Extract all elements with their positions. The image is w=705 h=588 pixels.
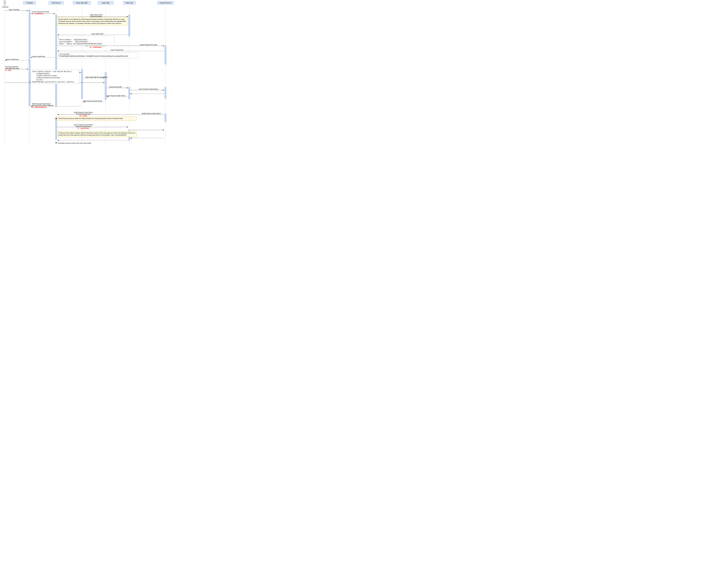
svg-rect-16 bbox=[129, 87, 130, 99]
svg-rect-11 bbox=[55, 15, 57, 106]
label-open-pin-dialog: Open Super App Pin Input Dialog bbox=[86, 76, 107, 78]
label-pay-payment-order: Pay Payment Order SuperApp.SDK.pay() [4、… bbox=[5, 66, 19, 71]
label-payment-server-create: Create Payment Pre Order bbox=[140, 44, 157, 46]
note-payinfo-code: final PayInfo payInfo = new PayInfo.Buil… bbox=[31, 70, 80, 84]
svg-rect-13 bbox=[165, 46, 166, 64]
note-fabric-app-id: A Fabric App ID is only allowed to call … bbox=[57, 17, 128, 26]
note-token-response: { "effectiveDate": "20221101132422", "ex… bbox=[57, 36, 114, 46]
label-return-payment-result-1: return Payment Order Result bbox=[139, 88, 158, 90]
label-return-receive-code-2: return receiveCode bbox=[33, 56, 45, 57]
svg-point-46 bbox=[4, 0, 6, 2]
note-query-order: If Payment Server fails to actively noti… bbox=[57, 131, 137, 137]
note-receive-code: "receiveCode": "TELEBIRR$BUYGOODS$100100… bbox=[57, 52, 138, 58]
actor-thirdapp: ThirdApp bbox=[23, 1, 36, 4]
svg-line-50 bbox=[5, 5, 6, 6]
actor-customer: Customer bbox=[2, 0, 7, 8]
label-notify-3: Notify Payment Order Result Third Server… bbox=[74, 112, 93, 117]
label-payment-pay-order: Payment pay order bbox=[109, 86, 122, 88]
actor-thirdserver: Third Server bbox=[49, 1, 63, 4]
svg-rect-18 bbox=[55, 118, 57, 140]
svg-rect-19 bbox=[165, 114, 166, 122]
label-create-pre-order: Create Payment Pre Order [1、createOrder] bbox=[32, 11, 49, 15]
actor-superappsdk: Super App SDK bbox=[73, 1, 91, 4]
label-return-fabric-token: return fabric token bbox=[92, 33, 103, 35]
label-query-order: Query Order Payment Result payment/v1/qu… bbox=[74, 124, 93, 129]
svg-rect-12 bbox=[129, 15, 130, 36]
svg-rect-10 bbox=[29, 10, 30, 106]
actor-paymentserver: Payment Server bbox=[157, 1, 174, 4]
svg-rect-14 bbox=[81, 69, 83, 99]
diagram-container: Customer ThirdApp Third Server Super App… bbox=[0, 0, 177, 148]
label-notify-1: Notify Payment Order Result bbox=[83, 100, 102, 102]
label-process-results-2: Third-party services process their own o… bbox=[58, 142, 91, 144]
label-return-receive-code-3: return receiveCode bbox=[6, 59, 18, 60]
label-notify-2: Notify Payment Order Result SuperApp.SDK… bbox=[32, 103, 53, 108]
svg-rect-45 bbox=[55, 142, 57, 143]
label-return-payment-result-2: return Payment Order Result bbox=[106, 95, 125, 97]
actor-fabricapi: Fabric Api bbox=[123, 1, 135, 4]
label-return-receive-code-1: return receiveCode bbox=[111, 49, 123, 51]
label-notify-payment-server: Notify Payment Order Result bbox=[142, 113, 160, 114]
svg-rect-44 bbox=[55, 118, 57, 119]
actor-customer-label: Customer bbox=[2, 6, 7, 8]
svg-rect-17 bbox=[165, 87, 166, 98]
svg-line-49 bbox=[3, 5, 5, 6]
actor-superapp: Super App bbox=[98, 1, 113, 4]
customer-figure-icon bbox=[2, 0, 7, 6]
note-notify-interface: The third-party service provides the Not… bbox=[57, 117, 137, 120]
label-open-thrid-app: Open Thrid App bbox=[9, 9, 19, 10]
